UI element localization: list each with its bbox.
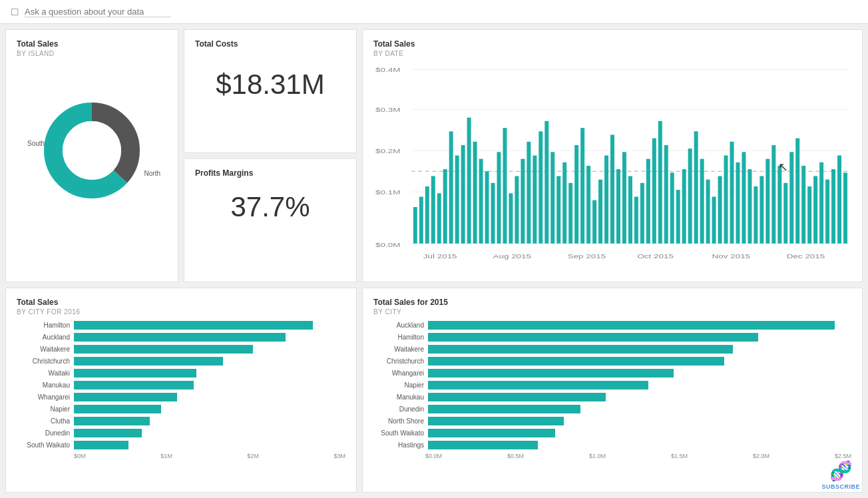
bar-track bbox=[428, 405, 851, 413]
svg-text:Oct 2015: Oct 2015 bbox=[637, 254, 674, 260]
svg-point-2 bbox=[63, 121, 121, 180]
total-sales-island-card: Total Sales BY ISLAND South North bbox=[5, 29, 178, 282]
svg-rect-65 bbox=[718, 176, 722, 244]
bar-chart-svg: $0.4M $0.3M $0.2M $0.1M $0.0M bbox=[373, 63, 851, 269]
list-item: Christchurch bbox=[373, 357, 851, 366]
list-item: Dunedin bbox=[373, 405, 851, 413]
donut-south-label: South bbox=[27, 140, 45, 147]
svg-rect-49 bbox=[622, 152, 626, 244]
bar-fill bbox=[74, 441, 128, 449]
svg-rect-30 bbox=[509, 194, 513, 244]
bar-track bbox=[428, 357, 851, 366]
bar-fill bbox=[428, 417, 564, 425]
svg-rect-56 bbox=[664, 145, 668, 244]
svg-text:Nov 2015: Nov 2015 bbox=[712, 254, 751, 260]
svg-rect-45 bbox=[598, 180, 602, 244]
svg-rect-14 bbox=[413, 207, 417, 244]
subscribe-badge[interactable]: 🧬 SUBSCRIBE bbox=[821, 460, 860, 490]
stacked-col: Total Costs $18.31M Profits Margins 37.7… bbox=[184, 29, 357, 282]
bar-fill bbox=[428, 393, 606, 401]
bar-label: Manukau bbox=[373, 393, 424, 401]
bar-track bbox=[428, 321, 851, 330]
bar-track bbox=[74, 369, 345, 377]
svg-text:$0.4M: $0.4M bbox=[375, 67, 400, 74]
svg-rect-26 bbox=[485, 172, 489, 244]
svg-rect-44 bbox=[592, 200, 596, 244]
svg-rect-32 bbox=[521, 159, 525, 244]
svg-rect-47 bbox=[610, 135, 614, 244]
svg-rect-53 bbox=[646, 159, 650, 244]
svg-text:$0.3M: $0.3M bbox=[375, 107, 400, 114]
bar-track bbox=[74, 429, 345, 437]
svg-rect-80 bbox=[807, 186, 811, 244]
bar-fill bbox=[428, 381, 648, 389]
list-item: Auckland bbox=[17, 333, 345, 342]
bar-track bbox=[428, 369, 851, 377]
bar-track bbox=[74, 441, 345, 449]
bar-track bbox=[428, 417, 851, 425]
bar-fill bbox=[74, 369, 196, 377]
total-sales-city-2015-title: Total Sales for 2015 bbox=[373, 298, 851, 307]
svg-rect-58 bbox=[676, 190, 680, 244]
bar-fill bbox=[428, 345, 733, 354]
svg-rect-18 bbox=[437, 194, 441, 244]
bar-label: South Waikato bbox=[373, 429, 424, 437]
bar-label: Napier bbox=[17, 405, 70, 413]
bar-label: Auckland bbox=[17, 334, 70, 341]
list-item: Whangarei bbox=[17, 393, 345, 401]
city-2016-chart: Hamilton Auckland Waitakere Christchurch… bbox=[17, 321, 345, 449]
bar-fill bbox=[74, 321, 313, 330]
bar-label: South Waikato bbox=[17, 441, 70, 449]
svg-rect-39 bbox=[562, 162, 566, 244]
svg-rect-81 bbox=[813, 176, 817, 244]
bar-fill bbox=[428, 369, 674, 377]
svg-rect-55 bbox=[658, 121, 662, 244]
svg-rect-78 bbox=[795, 138, 799, 244]
subscribe-label: SUBSCRIBE bbox=[821, 483, 860, 490]
city-2015-chart: Auckland Hamilton Waitakere Christchurch… bbox=[373, 321, 851, 449]
svg-rect-38 bbox=[556, 176, 560, 244]
bar-track bbox=[74, 417, 345, 425]
bar-fill bbox=[428, 429, 555, 437]
list-item: Waitakere bbox=[373, 345, 851, 354]
svg-rect-60 bbox=[688, 149, 692, 244]
list-item: Hamilton bbox=[17, 321, 345, 330]
svg-rect-22 bbox=[461, 145, 465, 244]
svg-text:Aug 2015: Aug 2015 bbox=[493, 254, 532, 260]
bar-label: Whangarei bbox=[373, 370, 424, 377]
subscribe-icon: 🧬 bbox=[829, 460, 853, 482]
svg-rect-82 bbox=[819, 162, 823, 244]
bar-track bbox=[428, 345, 851, 354]
bar-fill bbox=[74, 357, 223, 366]
list-item: Christchurch bbox=[17, 357, 345, 366]
svg-rect-68 bbox=[736, 162, 740, 244]
svg-text:$0.0M: $0.0M bbox=[375, 242, 400, 248]
svg-rect-52 bbox=[640, 183, 644, 244]
bar-track bbox=[428, 381, 851, 389]
bar-track bbox=[74, 345, 345, 354]
list-item: Clutha bbox=[17, 417, 345, 425]
svg-text:$0.2M: $0.2M bbox=[375, 148, 400, 155]
total-sales-island-subtitle: BY ISLAND bbox=[17, 50, 167, 57]
total-sales-date-subtitle: BY DATE bbox=[373, 50, 851, 57]
svg-rect-28 bbox=[497, 152, 501, 244]
svg-rect-46 bbox=[604, 156, 608, 244]
bar-fill bbox=[74, 429, 142, 437]
svg-rect-61 bbox=[694, 132, 698, 244]
total-sales-city-2016-title: Total Sales bbox=[17, 298, 345, 307]
svg-rect-19 bbox=[443, 170, 447, 244]
ask-question-input[interactable] bbox=[25, 7, 171, 17]
bar-label: Whangarei bbox=[17, 393, 70, 401]
question-icon: ☐ bbox=[11, 7, 19, 17]
svg-text:Sep 2015: Sep 2015 bbox=[568, 254, 606, 260]
svg-rect-29 bbox=[503, 128, 507, 244]
bar-track bbox=[428, 333, 851, 342]
donut-svg bbox=[39, 97, 145, 204]
svg-rect-42 bbox=[580, 128, 584, 244]
bar-track bbox=[74, 405, 345, 413]
svg-text:Jul 2015: Jul 2015 bbox=[423, 254, 457, 260]
top-bar: ☐ bbox=[0, 0, 868, 24]
svg-rect-70 bbox=[748, 170, 752, 244]
bar-fill bbox=[74, 417, 150, 425]
svg-rect-51 bbox=[634, 197, 638, 244]
